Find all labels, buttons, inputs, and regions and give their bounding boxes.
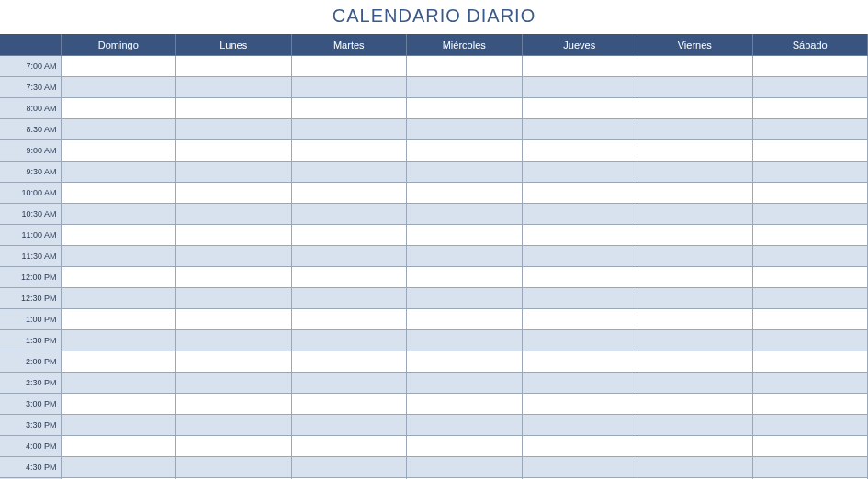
calendar-cell[interactable] [522,162,637,183]
calendar-cell[interactable] [752,77,868,98]
calendar-cell[interactable] [637,330,753,351]
calendar-cell[interactable] [61,98,176,119]
calendar-cell[interactable] [522,225,637,246]
calendar-cell[interactable] [407,56,523,77]
calendar-cell[interactable] [176,415,292,436]
calendar-cell[interactable] [407,373,523,394]
calendar-cell[interactable] [176,98,292,119]
calendar-cell[interactable] [637,351,753,373]
calendar-cell[interactable] [522,267,637,288]
calendar-cell[interactable] [61,373,176,394]
calendar-cell[interactable] [176,351,292,373]
calendar-cell[interactable] [291,415,407,436]
calendar-cell[interactable] [522,183,637,204]
calendar-cell[interactable] [291,457,407,478]
calendar-cell[interactable] [522,77,637,98]
calendar-cell[interactable] [752,330,868,351]
calendar-cell[interactable] [61,246,176,267]
calendar-cell[interactable] [291,394,407,415]
calendar-cell[interactable] [752,351,868,373]
calendar-cell[interactable] [522,119,637,140]
calendar-cell[interactable] [407,330,523,351]
calendar-cell[interactable] [291,267,407,288]
calendar-cell[interactable] [752,140,868,162]
calendar-cell[interactable] [637,457,753,478]
calendar-cell[interactable] [407,457,523,478]
calendar-cell[interactable] [407,77,523,98]
calendar-cell[interactable] [407,309,523,330]
calendar-cell[interactable] [291,119,407,140]
calendar-cell[interactable] [522,457,637,478]
calendar-cell[interactable] [176,204,292,225]
calendar-cell[interactable] [637,204,753,225]
calendar-cell[interactable] [176,457,292,478]
calendar-cell[interactable] [176,162,292,183]
calendar-cell[interactable] [407,246,523,267]
calendar-cell[interactable] [61,162,176,183]
calendar-cell[interactable] [407,267,523,288]
calendar-cell[interactable] [637,373,753,394]
calendar-cell[interactable] [637,415,753,436]
calendar-cell[interactable] [752,119,868,140]
calendar-cell[interactable] [176,119,292,140]
calendar-cell[interactable] [176,267,292,288]
calendar-cell[interactable] [522,394,637,415]
calendar-cell[interactable] [407,436,523,457]
calendar-cell[interactable] [291,436,407,457]
calendar-cell[interactable] [176,225,292,246]
calendar-cell[interactable] [61,330,176,351]
calendar-cell[interactable] [61,140,176,162]
calendar-cell[interactable] [61,351,176,373]
calendar-cell[interactable] [176,246,292,267]
calendar-cell[interactable] [752,225,868,246]
calendar-cell[interactable] [176,436,292,457]
calendar-cell[interactable] [637,119,753,140]
calendar-cell[interactable] [752,309,868,330]
calendar-cell[interactable] [522,288,637,309]
calendar-cell[interactable] [291,56,407,77]
calendar-cell[interactable] [637,56,753,77]
calendar-cell[interactable] [291,98,407,119]
calendar-cell[interactable] [522,98,637,119]
calendar-cell[interactable] [522,351,637,373]
calendar-cell[interactable] [637,288,753,309]
calendar-cell[interactable] [291,373,407,394]
calendar-cell[interactable] [752,162,868,183]
calendar-cell[interactable] [637,183,753,204]
calendar-cell[interactable] [752,288,868,309]
calendar-cell[interactable] [61,183,176,204]
calendar-cell[interactable] [752,183,868,204]
calendar-cell[interactable] [637,140,753,162]
calendar-cell[interactable] [522,330,637,351]
calendar-cell[interactable] [291,140,407,162]
calendar-cell[interactable] [61,119,176,140]
calendar-cell[interactable] [61,204,176,225]
calendar-cell[interactable] [291,204,407,225]
calendar-cell[interactable] [752,415,868,436]
calendar-cell[interactable] [176,56,292,77]
calendar-cell[interactable] [637,162,753,183]
calendar-cell[interactable] [522,140,637,162]
calendar-cell[interactable] [61,436,176,457]
calendar-cell[interactable] [176,309,292,330]
calendar-cell[interactable] [637,267,753,288]
calendar-cell[interactable] [61,309,176,330]
calendar-cell[interactable] [752,98,868,119]
calendar-cell[interactable] [176,394,292,415]
calendar-cell[interactable] [752,373,868,394]
calendar-cell[interactable] [752,267,868,288]
calendar-cell[interactable] [522,246,637,267]
calendar-cell[interactable] [407,140,523,162]
calendar-cell[interactable] [752,436,868,457]
calendar-cell[interactable] [291,162,407,183]
calendar-cell[interactable] [61,77,176,98]
calendar-cell[interactable] [61,288,176,309]
calendar-cell[interactable] [61,225,176,246]
calendar-cell[interactable] [407,183,523,204]
calendar-cell[interactable] [407,225,523,246]
calendar-cell[interactable] [522,56,637,77]
calendar-cell[interactable] [407,98,523,119]
calendar-cell[interactable] [637,225,753,246]
calendar-cell[interactable] [752,457,868,478]
calendar-cell[interactable] [637,309,753,330]
